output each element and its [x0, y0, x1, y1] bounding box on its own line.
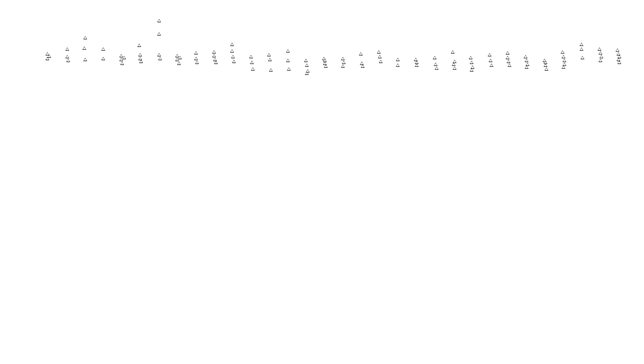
- data-point: [212, 54, 216, 57]
- data-point: [453, 66, 456, 70]
- data-point: [195, 61, 199, 64]
- data-point: [122, 56, 126, 59]
- data-point: [525, 59, 528, 62]
- data-point: [267, 53, 271, 56]
- data-point: [396, 58, 400, 61]
- data-point: [83, 36, 87, 39]
- data-point: [359, 52, 363, 55]
- data-point: [139, 60, 143, 63]
- data-point: [287, 67, 291, 71]
- data-point: [616, 48, 619, 52]
- data-point: [361, 64, 365, 68]
- data-point: [194, 51, 198, 55]
- data-point: [580, 47, 583, 51]
- data-point: [250, 61, 254, 64]
- data-point: [379, 60, 383, 63]
- data-point: [561, 50, 564, 54]
- data-point: [138, 53, 142, 56]
- data-point: [508, 64, 511, 67]
- data-point: [490, 64, 493, 67]
- data-point: [286, 59, 290, 62]
- data-point: [435, 66, 438, 70]
- data-point: [562, 55, 565, 58]
- data-point: [65, 55, 69, 58]
- data-point: [120, 62, 124, 65]
- data-point: [396, 64, 400, 67]
- data-point: [524, 55, 528, 58]
- data-point: [47, 55, 51, 58]
- data-point: [470, 61, 474, 64]
- data-point: [341, 64, 345, 68]
- data-point: [341, 57, 345, 60]
- data-point: [599, 55, 603, 58]
- data-point: [137, 44, 141, 47]
- data-point: [506, 51, 510, 55]
- data-point: [544, 64, 547, 67]
- data-point: [231, 55, 235, 58]
- data-point: [158, 57, 162, 60]
- data-point: [286, 49, 290, 53]
- data-point: [305, 72, 309, 75]
- data-point: [214, 61, 218, 64]
- data-point: [305, 64, 309, 67]
- data-point: [178, 56, 182, 59]
- data-point: [342, 61, 346, 64]
- data-point: [453, 60, 456, 63]
- data-point: [66, 59, 70, 62]
- data-point: [599, 59, 602, 62]
- data-point: [452, 63, 456, 66]
- data-point: [581, 56, 584, 59]
- data-point: [157, 19, 161, 22]
- data-point: [212, 50, 216, 54]
- data-point: [415, 64, 419, 67]
- data-point: [563, 59, 566, 62]
- data-point: [506, 56, 510, 59]
- scatter-plot: [0, 0, 644, 364]
- data-point: [82, 46, 86, 50]
- data-point: [525, 65, 528, 69]
- data-point: [470, 68, 474, 72]
- data-point: [507, 60, 510, 63]
- data-point: [544, 61, 547, 64]
- data-point: [433, 56, 437, 59]
- data-point: [65, 47, 69, 51]
- data-point: [599, 51, 602, 55]
- data-point: [617, 61, 621, 64]
- data-point: [378, 55, 382, 58]
- data-point: [488, 53, 492, 56]
- data-point: [451, 50, 455, 54]
- data-point: [304, 59, 308, 62]
- data-point: [177, 62, 181, 65]
- data-point: [580, 43, 583, 46]
- data-point: [194, 57, 198, 60]
- data-point: [230, 49, 234, 53]
- data-point: [230, 43, 234, 46]
- data-point: [434, 63, 438, 66]
- data-point: [377, 50, 381, 54]
- data-point: [598, 47, 601, 51]
- data-point: [269, 68, 273, 72]
- data-point: [268, 58, 272, 61]
- data-point: [157, 32, 161, 36]
- data-point: [323, 59, 327, 62]
- data-point: [249, 55, 253, 58]
- data-point: [101, 57, 105, 60]
- data-point: [251, 67, 255, 71]
- data-point: [324, 64, 328, 68]
- data-point: [101, 47, 105, 51]
- data-point: [489, 59, 492, 62]
- data-point: [83, 58, 87, 61]
- data-point: [469, 56, 473, 59]
- data-point: [157, 53, 161, 56]
- data-point: [545, 67, 548, 71]
- data-point: [232, 60, 236, 63]
- data-point: [562, 65, 565, 69]
